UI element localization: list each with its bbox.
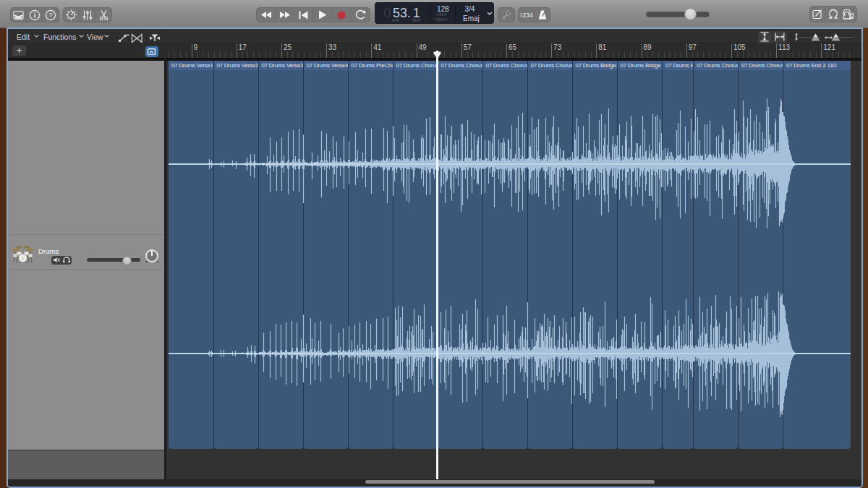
svg-text:?: ?: [49, 12, 53, 19]
